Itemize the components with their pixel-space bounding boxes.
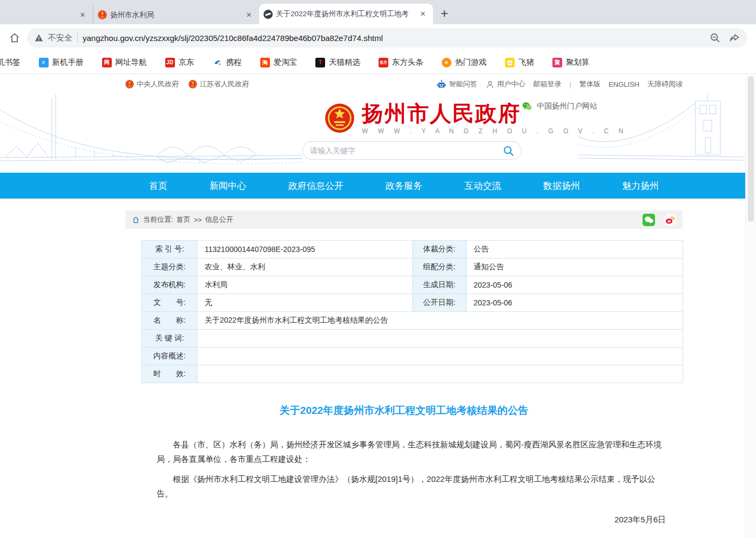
person-icon <box>485 80 495 89</box>
address-toolbar: 不安全 yangzhou.gov.cn/yzszxxgk/slj/202305/… <box>0 24 756 51</box>
meta-label: 主题分类: <box>142 258 198 276</box>
tab-title: 扬州市水利局 <box>110 10 240 20</box>
share-button[interactable] <box>729 32 740 43</box>
bookmark-item[interactable]: 携程 <box>213 57 242 67</box>
meta-label: 索 引 号: <box>142 241 198 258</box>
book-icon: ≡ <box>39 58 49 67</box>
portal-link[interactable]: 中国扬州门户网站 <box>522 101 597 112</box>
table-row: 主题分类: 农业、林业、水利 组配分类: 通知公告 <box>142 258 683 276</box>
bookmark-item[interactable]: 网 网址导航 <box>102 57 147 67</box>
content-container: 当前位置: 首页 >> 信息公开 索 引 号: 1132100001440709… <box>125 210 683 538</box>
link-central-gov[interactable]: 中央人民政府 <box>125 79 179 89</box>
bookmark-label: 天猫精选 <box>329 57 360 67</box>
search-input[interactable] <box>310 146 503 155</box>
bookmark-item[interactable]: 飞猪 <box>505 57 534 67</box>
bookmark-item[interactable]: 机书签 <box>0 57 21 67</box>
bookmark-item[interactable]: 东方 东方头条 <box>379 57 423 67</box>
security-label[interactable]: 不安全 <box>48 33 72 43</box>
url-text[interactable]: yangzhou.gov.cn/yzszxxgk/slj/202305/210c… <box>83 33 700 43</box>
home-button[interactable] <box>9 32 21 44</box>
tab-shuiliju[interactable]: 扬州市水利局 × <box>93 5 259 24</box>
site-banner: 扬州市人民政府 W W W . Y A N G Z H O U . G O V … <box>0 94 756 173</box>
document-meta-table: 索 引 号: 11321000014407098E-2023-095 体裁分类:… <box>141 240 683 383</box>
tab-title: 关于2022年度扬州市水利工程文明工地考 <box>276 9 414 19</box>
bookmark-item[interactable]: ■ 热门游戏 <box>442 57 487 67</box>
home-icon <box>9 32 21 44</box>
link-english[interactable]: ENGLISH <box>609 80 639 88</box>
weibo-share-icon[interactable] <box>664 214 676 226</box>
nav-item-home[interactable]: 首页 <box>149 180 167 192</box>
breadcrumb-home-link[interactable]: 首页 <box>177 215 191 224</box>
bookmark-label: 京东 <box>179 57 194 67</box>
bookmark-label: 聚划算 <box>566 57 590 67</box>
robot-icon <box>436 79 447 90</box>
meta-label: 组配分类: <box>413 258 467 276</box>
table-row: 内容概述: <box>142 348 683 365</box>
link-smart-qa[interactable]: 智能问答 <box>436 79 477 90</box>
search-icon[interactable] <box>503 145 514 156</box>
meta-value: 农业、林业、水利 <box>198 258 413 276</box>
tab-active-article[interactable]: 关于2022年度扬州市水利工程文明工地考 × <box>259 4 433 24</box>
link-traditional-chinese[interactable]: 繁体版 <box>579 79 600 89</box>
article-paragraph: 各县（市、区）水利（务）局，扬州经济开发区城乡事务管理局，生态科技新城规划建设局… <box>157 437 666 466</box>
gov-emblem-icon <box>125 80 134 88</box>
tab-partial[interactable]: × <box>0 5 93 24</box>
address-bar[interactable]: 不安全 yangzhou.gov.cn/yzszxxgk/slj/202305/… <box>27 28 747 47</box>
wechat-share-icon[interactable] <box>643 214 655 226</box>
bookmark-label: 携程 <box>226 57 242 67</box>
link-label: 江苏省人民政府 <box>200 79 249 89</box>
nav-item-news[interactable]: 新闻中心 <box>210 180 246 192</box>
bookmark-item[interactable]: 聚 聚划算 <box>552 57 590 67</box>
bookmarks-bar: 机书签 ≡ 新机手册 网 网址导航 JD 京东 携程 淘 爱淘宝 T 天猫精选 … <box>0 51 756 74</box>
nav-item-charm[interactable]: 魅力扬州 <box>622 180 659 192</box>
nav-item-interaction[interactable]: 互动交流 <box>464 180 501 192</box>
meta-label: 时 效: <box>142 365 198 383</box>
gov-emblem-icon <box>188 80 197 88</box>
games-icon: ■ <box>442 58 451 67</box>
bookmark-item[interactable]: T 天猫精选 <box>315 57 360 67</box>
browser-scrollbar[interactable] <box>745 74 756 538</box>
address-separator <box>77 33 78 43</box>
meta-value: 2023-05-06 <box>467 294 683 312</box>
wechat-icon <box>522 101 532 112</box>
meta-value <box>198 348 683 365</box>
close-icon[interactable]: × <box>417 8 429 20</box>
breadcrumb-section-link[interactable]: 信息公开 <box>205 215 233 224</box>
new-tab-button[interactable]: + <box>441 6 448 21</box>
table-row: 发布机构: 水利局 生成日期: 2023-05-06 <box>142 276 683 294</box>
table-row: 索 引 号: 11321000014407098E-2023-095 体裁分类:… <box>142 241 683 258</box>
bookmark-item[interactable]: JD 京东 <box>165 57 194 67</box>
nav-item-info-disclosure[interactable]: 政府信息公开 <box>288 180 343 192</box>
meta-value: 关于2022年度扬州市水利工程文明工地考核结果的公告 <box>198 312 683 330</box>
breadcrumb-prefix: 当前位置: <box>143 215 173 224</box>
bridge-artwork-left <box>0 94 302 173</box>
taobao-icon: 淘 <box>260 58 270 67</box>
bookmark-label: 东方头条 <box>392 57 423 67</box>
nav-item-services[interactable]: 政务服务 <box>386 180 422 192</box>
close-icon[interactable]: × <box>77 9 89 21</box>
bookmark-label: 机书签 <box>0 57 21 67</box>
article-body: 各县（市、区）水利（务）局，扬州经济开发区城乡事务管理局，生态科技新城规划建设局… <box>125 437 683 501</box>
toutiao-icon: 东方 <box>379 58 388 67</box>
nav-item-data[interactable]: 数据扬州 <box>543 180 580 192</box>
table-row: 关 键 词: <box>142 330 683 348</box>
meta-value: 水利局 <box>198 276 413 294</box>
link-jiangsu-gov[interactable]: 江苏省人民政府 <box>188 79 249 89</box>
bookmark-item[interactable]: ≡ 新机手册 <box>39 57 84 67</box>
link-user-center[interactable]: 用户中心 <box>485 79 525 89</box>
zoom-out-button[interactable] <box>710 32 720 43</box>
link-mail-login[interactable]: 邮箱登录 <box>534 79 562 89</box>
close-icon[interactable]: × <box>243 9 255 21</box>
meta-value <box>198 330 683 348</box>
meta-label: 名 称: <box>142 312 198 330</box>
tab-strip: × 扬州市水利局 × 关于2022年度扬州市水利工程文明工地考 × + <box>0 0 756 24</box>
bookmark-item[interactable]: 淘 爱淘宝 <box>260 57 298 67</box>
table-row: 文 号: 无 公开日期: 2023-05-06 <box>142 294 683 312</box>
meta-label: 发布机构: <box>142 276 198 294</box>
scrollbar-thumb[interactable] <box>748 76 754 222</box>
table-row: 名 称: 关于2022年度扬州市水利工程文明工地考核结果的公告 <box>142 312 683 330</box>
link-accessibility[interactable]: 无障碍阅读 <box>647 79 683 89</box>
share-arrow-icon <box>729 32 740 43</box>
meta-label: 公开日期: <box>413 294 467 312</box>
meta-label: 内容概述: <box>142 348 198 365</box>
